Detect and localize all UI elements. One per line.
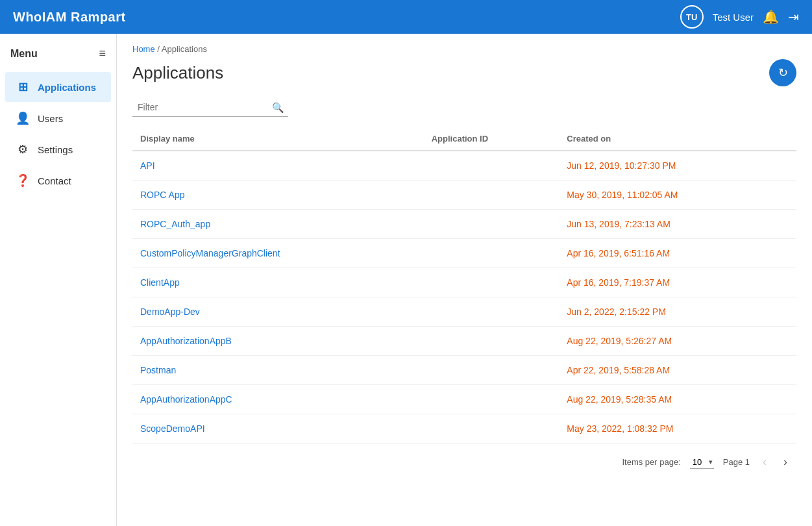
sidebar-item-applications-label: Applications <box>38 82 96 93</box>
sidebar-item-contact-label: Contact <box>38 175 71 186</box>
cell-created-on: May 30, 2019, 11:02:05 AM <box>559 181 796 210</box>
cell-display-name[interactable]: AppAuthorizationAppC <box>132 385 424 414</box>
page-title: Applications <box>132 63 223 83</box>
pagination: Items per page: 10 5 25 50 Page 1 ‹ › <box>132 444 796 475</box>
gear-icon: ⚙ <box>16 142 30 157</box>
cell-application-id <box>424 268 560 297</box>
sidebar-item-settings-label: Settings <box>38 144 73 155</box>
notifications-icon[interactable]: 🔔 <box>763 9 779 25</box>
filter-bar: 🔍 <box>132 98 288 117</box>
cell-application-id <box>424 239 560 268</box>
cell-created-on: Aug 22, 2019, 5:28:35 AM <box>559 385 796 414</box>
cell-display-name[interactable]: API <box>132 151 424 181</box>
breadcrumb: Home / Applications <box>132 44 796 54</box>
page-header: Applications ↻ <box>132 59 796 86</box>
refresh-button[interactable]: ↻ <box>769 59 796 86</box>
cell-display-name[interactable]: ROPC_Auth_app <box>132 210 424 239</box>
cell-application-id <box>424 414 560 444</box>
app-title: WhoIAM Rampart <box>13 10 126 25</box>
grid-icon: ⊞ <box>16 80 30 94</box>
menu-header: Menu ≡ <box>0 40 116 71</box>
table-row[interactable]: ScopeDemoAPIMay 23, 2022, 1:08:32 PM <box>132 414 796 444</box>
search-icon: 🔍 <box>272 102 284 114</box>
cell-application-id <box>424 327 560 356</box>
col-application-id: Application ID <box>424 127 560 151</box>
table-row[interactable]: ROPC_Auth_appJun 13, 2019, 7:23:13 AM <box>132 210 796 239</box>
sidebar-item-settings[interactable]: ⚙ Settings <box>5 134 111 164</box>
table-row[interactable]: ROPC AppMay 30, 2019, 11:02:05 AM <box>132 181 796 210</box>
cell-created-on: Jun 13, 2019, 7:23:13 AM <box>559 210 796 239</box>
sidebar-item-contact[interactable]: ❓ Contact <box>5 166 111 195</box>
page-info: Page 1 <box>723 457 750 467</box>
table-row[interactable]: AppAuthorizationAppCAug 22, 2019, 5:28:3… <box>132 385 796 414</box>
per-page-wrapper: 10 5 25 50 <box>690 456 714 469</box>
avatar: TU <box>680 5 704 29</box>
cell-created-on: May 23, 2022, 1:08:32 PM <box>559 414 796 444</box>
cell-created-on: Apr 16, 2019, 7:19:37 AM <box>559 268 796 297</box>
sidebar: Menu ≡ ⊞ Applications 👤 Users ⚙ Settings… <box>0 34 117 526</box>
header-user-area: TU Test User 🔔 ⇥ <box>680 5 799 29</box>
filter-input[interactable] <box>132 98 288 117</box>
app-header: WhoIAM Rampart TU Test User 🔔 ⇥ <box>0 0 812 34</box>
table-row[interactable]: DemoApp-DevJun 2, 2022, 2:15:22 PM <box>132 297 796 327</box>
table-body: APIJun 12, 2019, 10:27:30 PMROPC AppMay … <box>132 151 796 444</box>
applications-table: Display name Application ID Created on A… <box>132 127 796 444</box>
cell-application-id <box>424 385 560 414</box>
cell-display-name[interactable]: CustomPolicyManagerGraphClient <box>132 239 424 268</box>
cell-display-name[interactable]: ROPC App <box>132 181 424 210</box>
cell-application-id <box>424 356 560 385</box>
main-layout: Menu ≡ ⊞ Applications 👤 Users ⚙ Settings… <box>0 34 812 526</box>
breadcrumb-current: Applications <box>162 44 207 54</box>
logout-icon[interactable]: ⇥ <box>788 9 799 25</box>
col-created-on: Created on <box>559 127 796 151</box>
items-per-page-label: Items per page: <box>622 457 680 467</box>
cell-display-name[interactable]: ScopeDemoAPI <box>132 414 424 444</box>
col-display-name: Display name <box>132 127 424 151</box>
cell-application-id <box>424 210 560 239</box>
cell-created-on: Apr 16, 2019, 6:51:16 AM <box>559 239 796 268</box>
menu-label: Menu <box>10 48 38 60</box>
cell-display-name[interactable]: DemoApp-Dev <box>132 297 424 327</box>
per-page-select[interactable]: 10 5 25 50 <box>690 456 714 469</box>
cell-created-on: Jun 12, 2019, 10:27:30 PM <box>559 151 796 181</box>
table-header-row: Display name Application ID Created on <box>132 127 796 151</box>
table-row[interactable]: PostmanApr 22, 2019, 5:58:28 AM <box>132 356 796 385</box>
sidebar-item-users[interactable]: 👤 Users <box>5 103 111 133</box>
cell-application-id <box>424 151 560 181</box>
sidebar-item-applications[interactable]: ⊞ Applications <box>5 72 111 102</box>
help-icon: ❓ <box>16 173 30 188</box>
table-header: Display name Application ID Created on <box>132 127 796 151</box>
cell-created-on: Apr 22, 2019, 5:58:28 AM <box>559 356 796 385</box>
cell-display-name[interactable]: ClientApp <box>132 268 424 297</box>
cell-display-name[interactable]: AppAuthorizationAppB <box>132 327 424 356</box>
cell-created-on: Jun 2, 2022, 2:15:22 PM <box>559 297 796 327</box>
table: Display name Application ID Created on A… <box>132 127 796 444</box>
cell-display-name[interactable]: Postman <box>132 356 424 385</box>
prev-page-button[interactable]: ‹ <box>759 454 770 470</box>
cell-application-id <box>424 297 560 327</box>
cell-application-id <box>424 181 560 210</box>
next-page-button[interactable]: › <box>780 454 791 470</box>
menu-toggle-icon[interactable]: ≡ <box>99 47 106 60</box>
table-row[interactable]: AppAuthorizationAppBAug 22, 2019, 5:26:2… <box>132 327 796 356</box>
header-username: Test User <box>713 12 754 23</box>
table-row[interactable]: APIJun 12, 2019, 10:27:30 PM <box>132 151 796 181</box>
main-content: Home / Applications Applications ↻ 🔍 Dis… <box>117 34 812 526</box>
cell-created-on: Aug 22, 2019, 5:26:27 AM <box>559 327 796 356</box>
table-row[interactable]: ClientAppApr 16, 2019, 7:19:37 AM <box>132 268 796 297</box>
people-icon: 👤 <box>16 111 30 125</box>
breadcrumb-home[interactable]: Home <box>132 44 155 54</box>
table-row[interactable]: CustomPolicyManagerGraphClientApr 16, 20… <box>132 239 796 268</box>
sidebar-item-users-label: Users <box>38 113 63 124</box>
